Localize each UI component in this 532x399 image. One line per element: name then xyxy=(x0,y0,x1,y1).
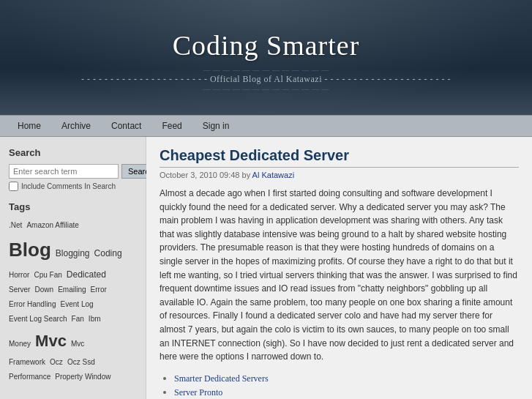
sidebar: Search Search Include Comments In Search… xyxy=(0,137,146,399)
tag-dotnet[interactable]: .Net xyxy=(9,221,22,229)
tag-amazon[interactable]: Amazon Affiliate xyxy=(26,221,79,229)
search-input[interactable] xyxy=(9,164,119,179)
post-body: Almost a decade ago when I first started… xyxy=(160,187,519,364)
post-date: October 3, 2010 09:48 xyxy=(160,171,239,179)
nav-archive[interactable]: Archive xyxy=(51,116,101,136)
tag-horror[interactable]: Horror xyxy=(9,271,29,279)
subtitle-line1: - - - - - - - - - - - - - - - - - - - - … xyxy=(81,74,207,84)
site-title: Coding Smarter xyxy=(15,29,517,61)
post-by: by xyxy=(242,171,251,179)
tag-down[interactable]: Down xyxy=(35,286,54,294)
subtitle-text: Official Blog of Al Katawazi xyxy=(210,74,322,84)
tag-performance[interactable]: Performance xyxy=(9,373,50,381)
tag-eventlog[interactable]: Event Log xyxy=(61,300,94,308)
tags-heading: Tags xyxy=(9,201,137,212)
main-content: Cheapest Dedicated Server October 3, 201… xyxy=(146,137,532,399)
tag-money[interactable]: Money xyxy=(9,340,31,348)
tags-cloud: .Net Amazon Affiliate Blog Blogging Codi… xyxy=(9,218,137,384)
nav-contact[interactable]: Contact xyxy=(101,116,151,136)
search-box: Search xyxy=(9,164,137,179)
site-header: Coding Smarter - - - - - - - - - - - - -… xyxy=(0,0,532,115)
post-links-list: Smarter Dedicated Servers Server Pronto … xyxy=(174,373,519,399)
tag-blogging[interactable]: Blogging xyxy=(56,248,90,258)
tag-ocz-ssd[interactable]: Ocz Ssd xyxy=(67,358,95,366)
main-nav: Home Archive Contact Feed Sign in xyxy=(0,115,532,137)
tag-ibm[interactable]: Ibm xyxy=(89,315,101,323)
search-heading: Search xyxy=(9,147,137,158)
subtitle-line2: - - - - - - - - - - - - - - - - - - - - … xyxy=(325,74,451,84)
tag-eventlog-search[interactable]: Event Log Search xyxy=(9,315,67,323)
post-meta: October 3, 2010 09:48 by Al Katawazi xyxy=(160,171,519,179)
tag-ocz[interactable]: Ocz xyxy=(50,358,63,366)
nav-feed[interactable]: Feed xyxy=(151,116,192,136)
tag-framework[interactable]: Framework xyxy=(9,358,45,366)
nav-signin[interactable]: Sign in xyxy=(192,116,240,136)
post-author[interactable]: Al Katawazi xyxy=(252,171,294,179)
tag-coding[interactable]: Coding xyxy=(94,248,122,258)
tag-fan[interactable]: Fan xyxy=(72,315,84,323)
list-item: Server Pronto xyxy=(174,387,519,398)
tag-blog[interactable]: Blog xyxy=(9,239,51,261)
tag-server[interactable]: Server xyxy=(9,286,30,294)
tags-section: Tags .Net Amazon Affiliate Blog Blogging… xyxy=(9,201,137,384)
list-item: Smarter Dedicated Servers xyxy=(174,373,519,384)
nav-home[interactable]: Home xyxy=(7,116,51,136)
main-wrapper: Search Search Include Comments In Search… xyxy=(0,137,532,399)
tag-error[interactable]: Error xyxy=(91,286,107,294)
tag-property-window[interactable]: Property Window xyxy=(55,373,110,381)
tag-error-handling[interactable]: Error Handling xyxy=(9,300,56,308)
link-server-pronto[interactable]: Server Pronto xyxy=(174,387,222,398)
tag-mvc-small[interactable]: Mvc xyxy=(71,340,84,348)
include-comments-checkbox[interactable] xyxy=(9,182,18,191)
post-title[interactable]: Cheapest Dedicated Server xyxy=(160,147,519,168)
tag-dedicated[interactable]: Dedicated xyxy=(67,269,106,280)
tag-emailing[interactable]: Emailing xyxy=(58,286,86,294)
tag-mvc-large[interactable]: Mvc xyxy=(35,332,67,350)
tag-cpufan[interactable]: Cpu Fan xyxy=(34,271,61,279)
include-comments-label[interactable]: Include Comments In Search xyxy=(9,182,137,191)
link-smarter[interactable]: Smarter Dedicated Servers xyxy=(174,373,269,384)
